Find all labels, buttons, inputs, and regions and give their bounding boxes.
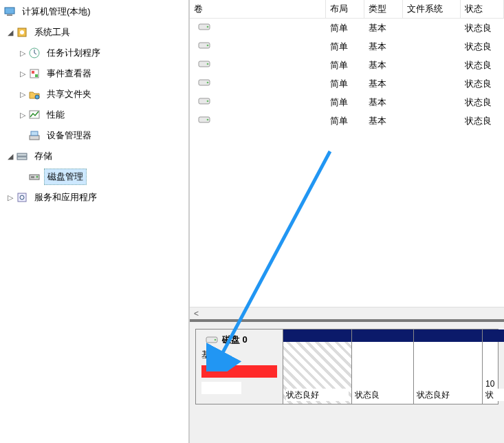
cell-type: 基本 [364, 59, 403, 72]
tree-item-shared-folders[interactable]: ▷ 共享文件夹 [0, 84, 188, 105]
cell-layout: 简单 [326, 59, 364, 72]
disk-info-panel[interactable]: 磁盘 0 基本 [196, 329, 283, 404]
cell-type: 基本 [364, 78, 403, 90]
tree-item-disk-management[interactable]: 磁盘管理 [0, 166, 188, 187]
blank-block [201, 382, 241, 394]
cell-type: 基本 [364, 41, 403, 53]
svg-point-20 [207, 26, 209, 28]
volume-row[interactable]: 简单基本状态良 [190, 19, 504, 37]
volume-row[interactable]: 简单基本状态良 [190, 37, 504, 56]
expand-icon[interactable]: ▷ [18, 90, 28, 99]
volume-icon [198, 78, 210, 87]
partition[interactable]: 状态良好 [283, 329, 352, 404]
volume-row[interactable]: 简单基本状态良 [190, 56, 504, 74]
horizontal-scrollbar[interactable]: < [190, 307, 504, 319]
tree-item-label: 存储 [32, 149, 55, 164]
shared-folder-icon [28, 87, 41, 101]
cell-status: 状态良 [461, 96, 504, 109]
volume-icon [198, 96, 210, 106]
scroll-left-icon[interactable]: < [194, 309, 199, 318]
tree-item-label: 性能 [44, 107, 67, 122]
storage-icon [15, 149, 29, 163]
svg-point-26 [207, 82, 209, 84]
partition-status: 状态良 [355, 389, 410, 401]
tree-item-label: 事件查看器 [44, 66, 94, 81]
disk-type: 基本 [201, 349, 277, 361]
tree-item-label: 设备管理器 [44, 128, 94, 143]
svg-rect-11 [31, 131, 38, 136]
volume-row[interactable]: 简单基本状态良 [190, 111, 504, 130]
expand-icon[interactable]: ▷ [6, 193, 15, 202]
expand-icon[interactable]: ▷ [18, 69, 28, 78]
cell-status: 状态良 [461, 41, 504, 53]
cell-layout: 简单 [326, 22, 364, 34]
tree-item-event-viewer[interactable]: ▷ 事件查看器 [0, 63, 188, 84]
cell-layout: 简单 [326, 41, 364, 53]
volume-icon [198, 22, 210, 32]
tree-item-label: 服务和应用程序 [32, 190, 100, 205]
tree-item-services-apps[interactable]: ▷ 服务和应用程序 [0, 187, 188, 208]
svg-rect-7 [35, 74, 38, 77]
column-header-volume[interactable]: 卷 [190, 0, 326, 18]
disk-name: 磁盘 0 [222, 334, 248, 346]
partition[interactable]: W10状 [483, 329, 504, 404]
partition[interactable]: 状态良 [352, 329, 414, 404]
tree-item-label: 共享文件夹 [44, 87, 94, 102]
volume-icon [198, 41, 210, 50]
tree-item-performance[interactable]: ▷ 性能 [0, 105, 188, 125]
svg-rect-0 [5, 8, 14, 14]
partition-header [352, 329, 413, 342]
svg-rect-17 [18, 193, 26, 202]
volume-row[interactable]: 简单基本状态良 [190, 74, 504, 93]
tree-item-root[interactable]: 计算机管理(本地) [0, 1, 188, 22]
column-header-filesystem[interactable]: 文件系统 [403, 0, 461, 18]
cell-status: 状态良 [461, 78, 504, 90]
performance-icon [28, 108, 41, 122]
expand-icon[interactable]: ▷ [18, 111, 28, 120]
volume-list[interactable]: 卷 布局 类型 文件系统 状态 简单基本状态良简单基本状态良简单基本状态良简单基… [190, 0, 504, 307]
svg-point-24 [207, 63, 209, 65]
services-icon [15, 191, 29, 204]
disk-management-icon [28, 170, 41, 184]
partition-status: 状 [485, 389, 504, 401]
svg-point-28 [207, 100, 209, 102]
tree-item-storage[interactable]: ◢ 存储 [0, 146, 188, 166]
volume-icon [198, 59, 210, 69]
svg-rect-13 [17, 157, 27, 160]
tree-item-task-scheduler[interactable]: ▷ 任务计划程序 [0, 43, 188, 63]
clock-icon [28, 46, 41, 60]
disk-graphical-view[interactable]: 磁盘 0 基本 状态良好状态良状态良好W10状 [190, 319, 504, 443]
navigation-tree[interactable]: 计算机管理(本地) ◢ 系统工具 ▷ 任务计划程序 ▷ 事件查看器 ▷ [0, 0, 190, 443]
collapse-icon[interactable]: ◢ [6, 28, 15, 37]
tree-item-label: 任务计划程序 [44, 45, 103, 61]
column-header-status[interactable]: 状态 [461, 0, 504, 18]
cell-status: 状态良 [461, 115, 504, 127]
tree-item-system-tools[interactable]: ◢ 系统工具 [0, 22, 188, 43]
device-manager-icon [28, 129, 41, 142]
partition[interactable]: 状态良好 [414, 329, 483, 404]
svg-point-22 [207, 45, 209, 47]
column-header-layout[interactable]: 布局 [326, 0, 364, 18]
cell-type: 基本 [364, 115, 403, 127]
svg-rect-1 [7, 14, 12, 16]
svg-point-8 [35, 95, 39, 99]
volume-row[interactable]: 简单基本状态良 [190, 93, 504, 111]
partitions-container[interactable]: 状态良好状态良状态良好W10状 [283, 329, 504, 404]
volume-list-header[interactable]: 卷 布局 类型 文件系统 状态 [190, 0, 504, 19]
partition-status: 状态良好 [286, 389, 349, 401]
disk-row[interactable]: 磁盘 0 基本 状态良好状态良状态良好W10状 [195, 329, 498, 404]
svg-rect-16 [31, 176, 34, 178]
partition-header [414, 329, 482, 342]
expand-icon[interactable]: ▷ [18, 49, 28, 58]
svg-point-30 [207, 119, 209, 121]
tree-item-label: 计算机管理(本地) [19, 4, 94, 19]
redacted-block [201, 365, 277, 378]
content-panel: 卷 布局 类型 文件系统 状态 简单基本状态良简单基本状态良简单基本状态良简单基… [190, 0, 504, 443]
volume-list-body[interactable]: 简单基本状态良简单基本状态良简单基本状态良简单基本状态良简单基本状态良简单基本状… [190, 19, 504, 130]
column-header-type[interactable]: 类型 [364, 0, 403, 18]
svg-rect-6 [32, 71, 34, 74]
svg-rect-12 [17, 153, 27, 156]
collapse-icon[interactable]: ◢ [6, 152, 15, 161]
tree-item-device-manager[interactable]: 设备管理器 [0, 125, 188, 146]
volume-icon [198, 115, 210, 125]
